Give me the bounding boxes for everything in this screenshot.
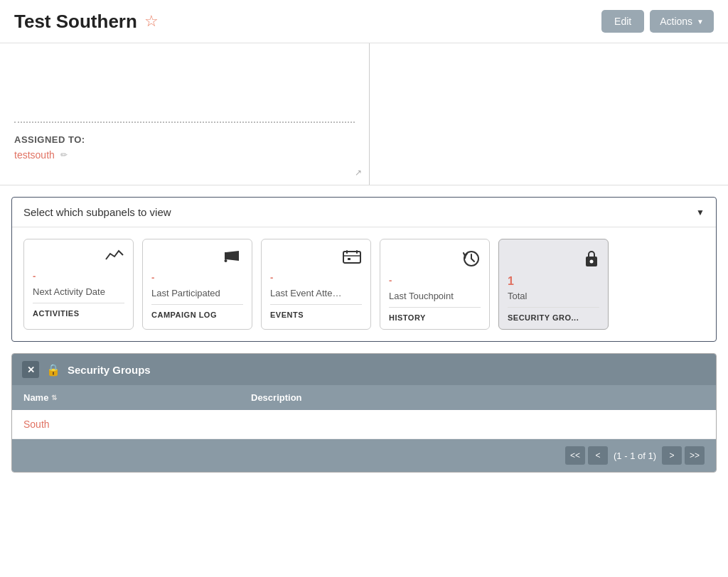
header-left: Test Southern ☆ [14,11,159,33]
actions-caret-icon: ▼ [697,18,704,26]
table-row: South [12,410,716,439]
events-count: - [270,272,362,285]
pagination-bar: << < (1 - 1 of 1) > >> [12,439,716,472]
svg-marker-0 [226,251,239,261]
campaign-label: CAMPAIGN LOG [151,304,243,319]
sort-icon[interactable]: ⇅ [51,394,57,401]
first-page-button[interactable]: << [565,446,585,465]
svg-rect-4 [346,250,348,254]
description-column-header: Description [251,392,705,403]
campaign-subtitle: Last Participated [151,288,243,298]
star-icon[interactable]: ☆ [144,12,159,31]
activities-count: - [33,271,124,284]
security-panel-header: ✕ 🔒 Security Groups [12,354,716,385]
row-description-value [251,419,705,430]
prev-page-button[interactable]: < [588,446,608,465]
lock-icon: 🔒 [46,363,60,377]
security-count: 1 [508,275,599,288]
table-header: Name ⇅ Description [12,385,716,410]
campaign-count: - [151,272,243,285]
page-info: (1 - 1 of 1) [614,451,656,461]
events-label: EVENTS [270,304,362,319]
security-subtitle: Total [508,291,599,301]
activities-subtitle: Next Activity Date [33,286,124,297]
next-page-button[interactable]: > [662,446,682,465]
actions-button[interactable]: Actions ▼ [650,10,714,33]
history-label: HISTORY [389,307,481,322]
security-panel-title: Security Groups [68,364,151,376]
subpanels-header: Select which subpanels to view ▼ [12,198,716,227]
history-icon [389,249,481,268]
svg-rect-3 [343,252,360,263]
page-header: Test Southern ☆ Edit Actions ▼ [0,0,728,43]
svg-rect-7 [348,258,350,260]
left-panel: ↗ ASSIGNED TO: testsouth ✏ [0,43,370,185]
assigned-to-value[interactable]: testsouth ✏ [14,149,355,161]
svg-point-10 [590,260,594,264]
resize-handle-icon[interactable]: ↗ [355,168,362,178]
header-right: Edit Actions ▼ [601,10,714,33]
subpanels-title: Select which subpanels to view [23,206,171,218]
svg-point-2 [225,259,228,262]
subpanels-cards: - Next Activity Date ACTIVITIES - Last P [12,227,716,341]
events-subtitle: Last Event Atte… [270,288,362,298]
edit-pencil-icon[interactable]: ✏ [60,150,68,160]
last-page-button[interactable]: >> [685,446,705,465]
subpanel-card-campaign-log[interactable]: - Last Participated CAMPAIGN LOG [142,239,252,330]
subpanel-card-security-groups[interactable]: 1 Total SECURITY GRO... [498,239,609,330]
campaign-icon [151,249,243,265]
svg-rect-5 [356,250,358,254]
actions-label: Actions [660,16,692,27]
assigned-to-label: ASSIGNED TO: [14,134,355,145]
activities-label: ACTIVITIES [33,303,124,318]
events-icon [270,249,362,265]
page-title: Test Southern [14,11,137,33]
subpanel-card-history[interactable]: - Last Touchpoint HISTORY [380,239,490,330]
svg-rect-1 [225,252,227,259]
upper-section: ↗ ASSIGNED TO: testsouth ✏ [0,43,728,185]
collapse-icon[interactable]: ▼ [696,207,705,217]
security-icon [508,249,599,268]
right-panel [370,43,728,185]
activities-icon [33,249,124,264]
security-groups-panel: ✕ 🔒 Security Groups Name ⇅ Description S… [11,353,717,473]
security-label: SECURITY GRO... [508,307,599,322]
name-column-header[interactable]: Name ⇅ [23,392,251,403]
edit-button[interactable]: Edit [601,10,644,33]
content-area: ↗ ASSIGNED TO: testsouth ✏ Select which … [0,43,728,473]
row-name-value[interactable]: South [23,419,251,430]
history-subtitle: Last Touchpoint [389,291,481,301]
subpanel-card-activities[interactable]: - Next Activity Date ACTIVITIES [23,239,134,330]
close-panel-button[interactable]: ✕ [22,361,39,378]
divider-line [14,122,355,123]
subpanel-card-events[interactable]: - Last Event Atte… EVENTS [261,239,371,330]
history-count: - [389,275,481,288]
subpanels-section: Select which subpanels to view ▼ - Next … [11,197,717,342]
